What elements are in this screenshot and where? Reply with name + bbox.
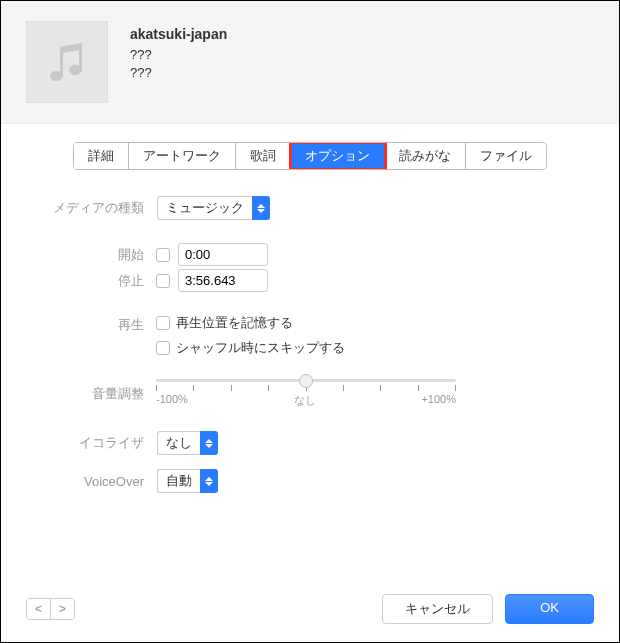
header: akatsuki-japan ??? ??? (1, 1, 619, 124)
skip-shuffle-checkbox[interactable] (156, 341, 170, 355)
music-note-icon (42, 37, 92, 87)
remember-position-checkbox[interactable] (156, 316, 170, 330)
playback-label: 再生 (46, 314, 156, 334)
media-type-value: ミュージック (157, 196, 252, 220)
volume-max-label: +100% (421, 393, 456, 408)
voiceover-label: VoiceOver (46, 474, 156, 489)
nav-buttons: < > (26, 598, 75, 620)
tab-sorting[interactable]: 読みがな (385, 143, 466, 169)
ok-button[interactable]: OK (505, 594, 594, 624)
start-time-input[interactable] (178, 243, 268, 266)
volume-label: 音量調整 (46, 385, 156, 403)
start-checkbox[interactable] (156, 248, 170, 262)
start-label: 開始 (46, 246, 156, 264)
dropdown-stepper-icon (252, 196, 270, 220)
voiceover-select[interactable]: 自動 (156, 468, 219, 494)
dropdown-stepper-icon (200, 469, 218, 493)
volume-slider[interactable] (156, 379, 456, 382)
tab-options[interactable]: オプション (291, 143, 385, 169)
volume-mid-label: なし (294, 393, 316, 408)
tab-bar: 詳細 アートワーク 歌詞 オプション 読みがな ファイル (73, 142, 547, 170)
remember-position-label: 再生位置を記憶する (176, 314, 293, 332)
stop-checkbox[interactable] (156, 274, 170, 288)
next-button[interactable]: > (51, 599, 74, 619)
album-artwork-placeholder (26, 21, 108, 103)
equalizer-label: イコライザ (46, 434, 156, 452)
tab-artwork[interactable]: アートワーク (129, 143, 236, 169)
cancel-button[interactable]: キャンセル (382, 594, 493, 624)
prev-button[interactable]: < (27, 599, 51, 619)
media-type-select[interactable]: ミュージック (156, 195, 271, 221)
tab-details[interactable]: 詳細 (74, 143, 129, 169)
dropdown-stepper-icon (200, 431, 218, 455)
voiceover-value: 自動 (157, 469, 200, 493)
track-artist: ??? (130, 46, 227, 64)
equalizer-select[interactable]: なし (156, 430, 219, 456)
media-type-label: メディアの種類 (46, 199, 156, 217)
stop-time-input[interactable] (178, 269, 268, 292)
slider-thumb-icon[interactable] (299, 374, 313, 388)
volume-min-label: -100% (156, 393, 188, 408)
track-album: ??? (130, 64, 227, 82)
stop-label: 停止 (46, 272, 156, 290)
skip-shuffle-label: シャッフル時にスキップする (176, 339, 345, 357)
track-title: akatsuki-japan (130, 26, 227, 42)
tab-lyrics[interactable]: 歌詞 (236, 143, 291, 169)
equalizer-value: なし (157, 431, 200, 455)
tab-file[interactable]: ファイル (466, 143, 546, 169)
